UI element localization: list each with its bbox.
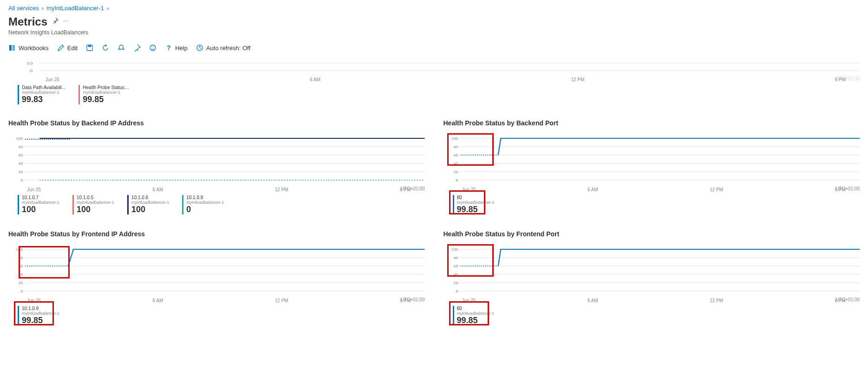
- legend-item[interactable]: 80myintloadbalancer-199.85: [453, 306, 495, 325]
- chart-frontend-port[interactable]: Health Probe Status by Frontend Port 100…: [444, 230, 860, 328]
- svg-text:0: 0: [30, 69, 33, 73]
- auto-refresh-button[interactable]: Auto refresh: Off: [196, 44, 250, 52]
- svg-point-4: [150, 45, 156, 51]
- svg-text:60: 60: [18, 153, 23, 157]
- svg-text:0: 0: [456, 289, 458, 293]
- refresh-button[interactable]: [102, 44, 109, 52]
- save-button[interactable]: [86, 44, 93, 52]
- workbooks-icon: [8, 44, 16, 52]
- page-subtitle: Network Insights LoadBalancers: [8, 29, 860, 36]
- legend-item[interactable]: Health Probe Status ... myintloadbalance…: [78, 85, 129, 104]
- bell-icon: [117, 44, 125, 52]
- edit-label: Edit: [67, 45, 78, 52]
- chart-x-axis: Jun 25 6 AM 12 PM 6 PM UTC+01:00: [8, 186, 425, 192]
- chart-title: Health Probe Status by Frontend IP Addre…: [8, 230, 425, 238]
- chart-x-axis: Jun 25 6 AM 12 PM 6 PM UTC+01:00: [444, 186, 860, 192]
- more-icon[interactable]: ···: [63, 17, 68, 24]
- svg-rect-3: [88, 45, 91, 47]
- chart-legend: 10.1.0.7myintloadbalancer-1100 10.1.0.5m…: [8, 192, 425, 217]
- chevron-right-icon: ›: [42, 5, 44, 12]
- legend-item[interactable]: 10.1.0.7myintloadbalancer-1100: [18, 195, 59, 214]
- svg-text:80: 80: [453, 144, 458, 149]
- page-title: Metrics: [8, 15, 47, 28]
- chart-backend-ip[interactable]: Health Probe Status by Backend IP Addres…: [8, 119, 425, 217]
- breadcrumb-all-services[interactable]: All services: [8, 5, 39, 12]
- svg-rect-0: [9, 45, 12, 51]
- svg-text:20: 20: [453, 280, 458, 285]
- svg-text:20: 20: [18, 169, 23, 174]
- svg-point-6: [153, 46, 154, 47]
- pin-icon: [133, 44, 141, 52]
- svg-text:40: 40: [453, 272, 458, 276]
- svg-text:40: 40: [18, 272, 23, 276]
- chart-backend-port[interactable]: Health Probe Status by Backend Port 100 …: [444, 119, 860, 217]
- svg-text:100: 100: [16, 136, 23, 140]
- legend-item[interactable]: 10.1.0.5myintloadbalancer-1100: [72, 195, 114, 214]
- pin-icon[interactable]: [52, 17, 59, 24]
- svg-point-5: [151, 46, 152, 47]
- legend-item[interactable]: 80myintloadbalancer-199.85: [453, 195, 495, 214]
- chevron-right-icon: ›: [107, 5, 109, 12]
- svg-text:60: 60: [18, 264, 23, 268]
- svg-text:40: 40: [453, 161, 458, 165]
- svg-text:10: 10: [26, 62, 33, 65]
- toolbar: Workbooks Edit ? Help: [8, 42, 860, 57]
- svg-text:100: 100: [451, 136, 458, 140]
- chart-title: Health Probe Status by Backend Port: [444, 119, 860, 127]
- svg-text:100: 100: [16, 247, 23, 251]
- breadcrumb-resource[interactable]: myIntLoadBalancer-1: [46, 5, 104, 12]
- svg-text:80: 80: [18, 144, 23, 149]
- clock-icon: [196, 44, 203, 52]
- svg-rect-1: [13, 45, 15, 51]
- svg-text:20: 20: [453, 169, 458, 174]
- svg-text:60: 60: [453, 264, 458, 268]
- workbooks-button[interactable]: Workbooks: [8, 44, 49, 52]
- chart-legend: 80myintloadbalancer-199.85: [444, 303, 860, 328]
- svg-text:80: 80: [453, 255, 458, 259]
- alert-button[interactable]: [117, 44, 125, 52]
- legend-item[interactable]: 10.1.0.6myintloadbalancer-1100: [127, 195, 169, 214]
- workbooks-label: Workbooks: [19, 45, 49, 52]
- legend-item[interactable]: 10.1.0.9myintloadbalancer-199.85: [18, 306, 59, 325]
- overview-chart[interactable]: 10 0 Jun 25 6 AM 12 PM 6 PM UTC+01:00: [8, 59, 860, 82]
- legend-item[interactable]: Data Path Availabili... myintloadbalance…: [18, 85, 65, 104]
- help-icon: ?: [165, 44, 172, 52]
- chart-x-axis: Jun 25 6 AM 12 PM 6 PM UTC+01:00: [8, 297, 425, 303]
- chart-frontend-ip[interactable]: Health Probe Status by Frontend IP Addre…: [8, 230, 425, 328]
- smiley-icon: [149, 44, 157, 52]
- svg-text:0: 0: [20, 178, 23, 182]
- help-label: Help: [175, 45, 188, 52]
- svg-text:60: 60: [453, 153, 458, 157]
- chart-legend: 80myintloadbalancer-199.85: [444, 192, 860, 217]
- svg-text:20: 20: [18, 280, 23, 285]
- legend-item[interactable]: 10.1.0.8myintloadbalancer-10: [182, 195, 224, 214]
- chart-title: Health Probe Status by Backend IP Addres…: [8, 119, 425, 127]
- save-icon: [86, 44, 93, 52]
- help-button[interactable]: ? Help: [165, 44, 188, 52]
- feedback-button[interactable]: [149, 44, 157, 52]
- refresh-icon: [102, 44, 109, 52]
- chart-title: Health Probe Status by Frontend Port: [444, 230, 860, 238]
- svg-text:100: 100: [451, 247, 458, 251]
- chart-legend: 10.1.0.9myintloadbalancer-199.85: [8, 303, 425, 328]
- svg-text:0: 0: [20, 289, 23, 293]
- svg-text:40: 40: [18, 161, 23, 165]
- edit-button[interactable]: Edit: [57, 44, 78, 52]
- pin-button[interactable]: [133, 44, 141, 52]
- svg-text:80: 80: [18, 255, 23, 259]
- overview-legend: Data Path Availabili... myintloadbalance…: [8, 82, 860, 107]
- breadcrumb: All services › myIntLoadBalancer-1 ›: [8, 5, 860, 12]
- chart-x-axis: Jun 25 6 AM 12 PM 6 PM UTC+01:00: [444, 297, 860, 303]
- pencil-icon: [57, 44, 65, 52]
- overview-x-axis: Jun 25 6 AM 12 PM 6 PM UTC+01:00: [18, 76, 860, 82]
- auto-refresh-label: Auto refresh: Off: [206, 45, 250, 52]
- svg-text:0: 0: [456, 178, 458, 182]
